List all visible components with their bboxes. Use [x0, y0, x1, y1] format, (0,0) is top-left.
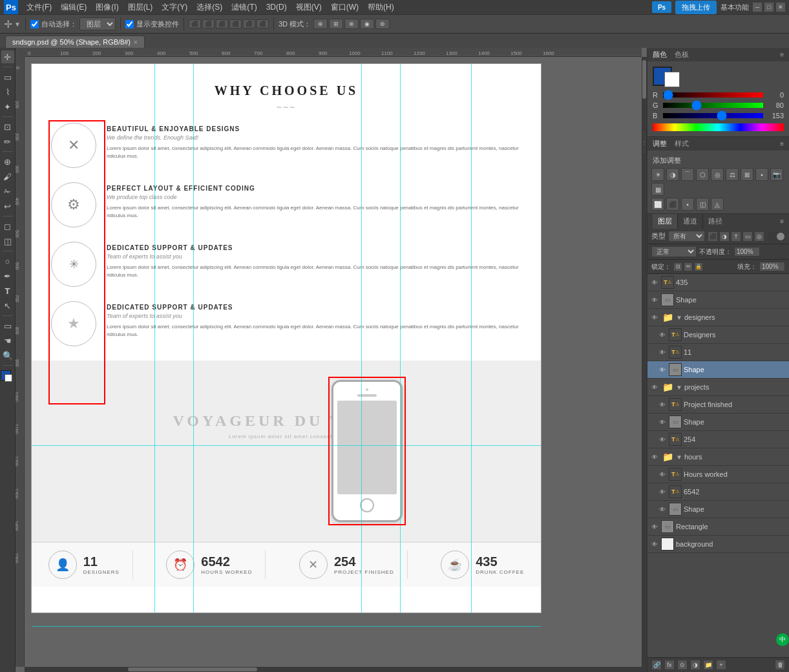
add-adjustment-layer-icon[interactable]: ◑: [690, 660, 700, 670]
lock-all-icon[interactable]: 🔒: [694, 262, 703, 271]
g-slider[interactable]: [663, 103, 763, 108]
move-tool[interactable]: ✛: [1, 50, 14, 63]
layer-eye-11[interactable]: 👁: [658, 348, 667, 357]
color-spectrum[interactable]: [653, 123, 784, 131]
layer-type-filter-select[interactable]: 所有: [668, 231, 705, 242]
background-swatch[interactable]: [664, 72, 680, 87]
layer-effects-icon[interactable]: fx: [664, 660, 675, 670]
layer-eye-project-finished[interactable]: 👁: [658, 400, 667, 409]
layer-item-rectangle[interactable]: 👁 ▭ Rectangle: [647, 518, 789, 536]
move-tool-icon[interactable]: ✛: [4, 18, 12, 30]
r-slider[interactable]: [663, 92, 763, 98]
styles-tab[interactable]: 样式: [675, 139, 689, 149]
layer-item-hours-worked[interactable]: 👁 T⚠ Hours worked: [647, 466, 789, 483]
color-tab[interactable]: 颜色: [653, 50, 667, 59]
adj-saturation-icon[interactable]: ◎: [711, 168, 724, 181]
3d-btn-4[interactable]: ◉: [360, 19, 374, 29]
layer-item-project-finished[interactable]: 👁 T⚠ Project finished: [647, 396, 789, 414]
fill-input[interactable]: 100%: [759, 262, 785, 271]
3d-btn-1[interactable]: ⊕: [313, 19, 328, 29]
eyedropper-tool[interactable]: ✏: [1, 135, 14, 148]
layer-eye-hours-group[interactable]: 👁: [650, 452, 659, 461]
path-selection-tool[interactable]: ↖: [1, 299, 14, 312]
layer-item-6542[interactable]: 👁 T⚠ 6542: [647, 483, 789, 501]
color-panel-menu-icon[interactable]: ≡: [780, 51, 784, 58]
scrollbar-horizontal[interactable]: [25, 667, 642, 672]
shape-tool[interactable]: ▭: [1, 319, 14, 332]
adj-curves-icon[interactable]: ⌒: [681, 168, 694, 181]
layer-item-background[interactable]: 👁 background: [647, 536, 789, 553]
menu-file[interactable]: 文件(F): [22, 1, 56, 14]
filter-shape-icon[interactable]: ▭: [742, 231, 753, 242]
maximize-button[interactable]: □: [764, 3, 773, 12]
adj-posterize-icon[interactable]: ⬛: [666, 198, 679, 211]
filter-smart-icon[interactable]: ◎: [754, 231, 764, 242]
menu-edit[interactable]: 编辑(E): [56, 1, 91, 14]
layer-eye-shape2[interactable]: 👁: [658, 365, 667, 374]
layer-blend-mode-select[interactable]: 正常: [651, 246, 697, 257]
adj-invert-icon[interactable]: ⬜: [651, 198, 664, 211]
align-left-btn[interactable]: ⬛: [189, 19, 201, 28]
swatch-tab[interactable]: 色板: [675, 50, 689, 59]
layer-eye-254[interactable]: 👁: [658, 435, 667, 444]
layer-item-shape4[interactable]: 👁 ▭ Shape: [647, 501, 789, 518]
layer-eye-rectangle[interactable]: 👁: [650, 522, 659, 531]
menu-view[interactable]: 视图(V): [291, 1, 326, 14]
show-transform-checkbox[interactable]: [125, 20, 134, 28]
crop-tool[interactable]: ⊡: [1, 120, 14, 133]
scrollbar-horizontal-thumb[interactable]: [128, 667, 257, 671]
group-collapse-projects[interactable]: ▼: [676, 384, 682, 391]
layer-group-hours[interactable]: 👁 📁 ▼ hours: [647, 448, 789, 466]
foreground-color-swatch[interactable]: [1, 370, 15, 384]
marquee-tool[interactable]: ▭: [1, 70, 14, 83]
scrollbar-vertical-thumb[interactable]: [642, 60, 646, 99]
pen-tool[interactable]: ✒: [1, 269, 14, 282]
dodge-tool[interactable]: ○: [1, 255, 14, 268]
adj-threshold-icon[interactable]: ▪: [681, 198, 694, 211]
layer-eye-designers-text[interactable]: 👁: [658, 330, 667, 339]
adj-gradient-map-icon[interactable]: ◫: [696, 198, 709, 211]
adj-bw-icon[interactable]: ▪: [755, 168, 768, 181]
adj-color-lookup-icon[interactable]: ▦: [651, 183, 664, 196]
layer-eye-shape4[interactable]: 👁: [658, 505, 667, 514]
menu-window[interactable]: 窗口(W): [326, 1, 363, 14]
magic-wand-tool[interactable]: ✦: [1, 100, 14, 113]
3d-btn-3[interactable]: ⊗: [344, 19, 359, 29]
brush-tool[interactable]: 🖌: [1, 170, 14, 183]
adj-colorbalance-icon[interactable]: ⊠: [741, 168, 753, 181]
layer-select[interactable]: 图层: [79, 17, 116, 30]
align-center-btn[interactable]: ⬛: [202, 19, 215, 28]
close-button[interactable]: ✕: [776, 3, 785, 12]
layer-eye-designers-group[interactable]: 👁: [650, 313, 659, 322]
layers-tab-paths[interactable]: 路径: [703, 214, 728, 229]
layer-group-designers[interactable]: 👁 📁 ▼ designers: [647, 309, 789, 326]
layer-item-shape1[interactable]: 👁 ▭ Shape: [647, 291, 789, 309]
add-mask-icon[interactable]: ⊙: [677, 660, 688, 670]
layer-group-projects[interactable]: 👁 📁 ▼ projects: [647, 379, 789, 396]
lock-pixels-icon[interactable]: ⊡: [673, 262, 682, 271]
group-collapse-hours[interactable]: ▼: [676, 454, 682, 461]
menu-image[interactable]: 图像(I): [91, 1, 123, 14]
minimize-button[interactable]: ─: [753, 3, 762, 12]
link-layers-icon[interactable]: 🔗: [651, 660, 662, 670]
layers-tab-layers[interactable]: 图层: [653, 214, 678, 229]
healing-tool[interactable]: ⊕: [1, 155, 14, 168]
adj-levels-icon[interactable]: ⚖: [726, 168, 739, 181]
tab-close-icon[interactable]: ×: [134, 39, 138, 46]
history-brush-tool[interactable]: ↩: [1, 200, 14, 213]
layer-eye-shape3[interactable]: 👁: [658, 417, 667, 426]
layer-eye-hours-worked[interactable]: 👁: [658, 470, 667, 479]
auto-select-checkbox[interactable]: [30, 20, 39, 28]
ime-indicator[interactable]: 中: [776, 633, 789, 646]
group-collapse-designers[interactable]: ▼: [676, 314, 682, 321]
layer-item-11[interactable]: 👁 T⚠ 11: [647, 344, 789, 361]
layer-eye-shape1[interactable]: 👁: [650, 295, 659, 304]
layer-filter-toggle[interactable]: [767, 232, 785, 241]
b-slider[interactable]: [663, 113, 763, 118]
menu-3d[interactable]: 3D(D): [262, 1, 291, 13]
layer-eye-6542[interactable]: 👁: [658, 487, 667, 496]
new-layer-icon[interactable]: +: [716, 660, 726, 670]
layer-item-shape2-selected[interactable]: 👁 ▭ Shape: [647, 361, 789, 379]
layer-eye-background[interactable]: 👁: [650, 540, 659, 549]
adj-hue-icon[interactable]: ⬡: [696, 168, 709, 181]
